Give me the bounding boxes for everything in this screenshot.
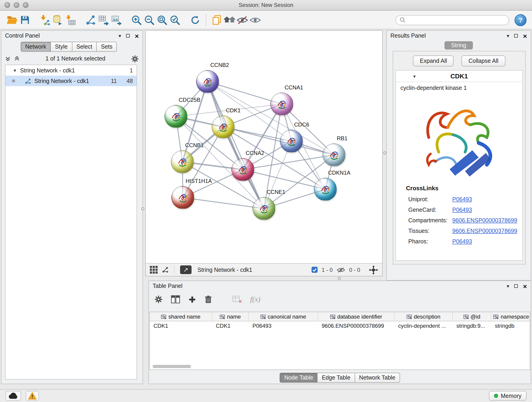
show-columns-icon[interactable] [171, 295, 180, 303]
network-canvas[interactable]: CCNB2CCNA1CDC25BCDK1CDC6RB1CCNB1CCNA2CDK… [146, 31, 382, 264]
network-edge[interactable] [208, 82, 264, 209]
refresh-layout-button[interactable] [189, 13, 202, 27]
share-network-icon[interactable] [162, 266, 169, 273]
column-header--id[interactable]: @id [453, 312, 491, 321]
table-settings-gear-icon[interactable] [154, 295, 163, 303]
network-node-cdkn1a[interactable] [314, 178, 337, 201]
network-node-ccne1[interactable] [253, 197, 275, 220]
float-panel-icon[interactable]: ▾ [507, 283, 509, 288]
new-network-from-selection-button[interactable] [84, 13, 97, 27]
toggle-graphics-details-button[interactable] [249, 13, 262, 27]
maximize-panel-icon[interactable] [514, 284, 518, 288]
network-node-cdc6[interactable] [280, 130, 303, 153]
tab-style[interactable]: Style [51, 42, 72, 52]
horizontal-scrollbar[interactable] [152, 365, 191, 368]
network-edge[interactable] [243, 155, 334, 170]
network-edge[interactable] [182, 82, 208, 162]
export-table-button[interactable] [97, 13, 110, 27]
move-crosshair-icon[interactable] [369, 265, 378, 274]
import-network-file-button[interactable] [38, 13, 51, 27]
open-session-button[interactable] [6, 13, 18, 27]
network-edge[interactable] [243, 170, 325, 189]
export-image-button[interactable] [110, 13, 123, 27]
column-header-database-identifier[interactable]: database identifier [318, 312, 394, 321]
tab-node-table[interactable]: Node Table [280, 373, 318, 383]
tab-sets[interactable]: Sets [97, 42, 117, 52]
warnings-button[interactable] [26, 391, 39, 401]
open-in-new-button[interactable]: ↗ [180, 265, 191, 274]
import-table-button[interactable] [64, 13, 77, 27]
hidden-eye-icon[interactable] [337, 267, 345, 273]
network-node-ccnb2[interactable] [196, 70, 219, 93]
close-panel-icon[interactable]: × [523, 283, 527, 289]
network-node-ccna1[interactable] [270, 93, 293, 115]
column-header-canonical-name[interactable]: canonical name [249, 312, 318, 321]
gear-icon[interactable] [131, 55, 139, 63]
search-box[interactable] [395, 15, 509, 25]
maximize-panel-icon[interactable] [126, 34, 130, 38]
column-header-namespace[interactable]: namespace [491, 312, 530, 321]
zoom-selected-button[interactable] [169, 13, 181, 27]
crosslink-link[interactable]: P06493 [452, 206, 472, 213]
network-collection-row[interactable]: ▼ String Network - cdk1 1 [6, 65, 137, 76]
collapse-all-button[interactable]: Collapse All [462, 56, 505, 66]
selected-checkbox-icon[interactable] [312, 267, 317, 273]
vertical-splitter-handle[interactable] [383, 151, 386, 154]
expand-all-icon[interactable] [14, 56, 20, 61]
vertical-splitter-handle[interactable] [141, 207, 144, 211]
add-column-icon[interactable] [188, 295, 196, 303]
expand-all-button[interactable]: Expand All [413, 56, 454, 66]
zoom-in-button[interactable] [130, 13, 143, 27]
copy-button[interactable] [210, 13, 223, 27]
zoom-fit-icon [157, 14, 168, 26]
import-network-database-button[interactable] [51, 13, 64, 27]
zoom-window-button[interactable] [23, 2, 28, 8]
section-collapse-icon[interactable]: ▼ [412, 74, 417, 79]
close-panel-icon[interactable]: × [135, 32, 139, 39]
zoom-fit-button[interactable] [156, 13, 169, 27]
collapse-all-icon[interactable] [5, 56, 11, 61]
save-session-button[interactable] [18, 13, 31, 27]
network-node-rb1[interactable] [323, 143, 346, 166]
tree-expand-icon[interactable]: ▼ [13, 68, 17, 73]
zoom-out-button[interactable] [143, 13, 156, 27]
crosslink-link[interactable]: 9606.ENSP00000378699 [452, 217, 517, 223]
column-header-shared-name[interactable]: shared name [150, 312, 212, 321]
close-panel-icon[interactable]: × [523, 32, 527, 39]
minimize-window-button[interactable] [14, 2, 19, 8]
network-node-ccnb1[interactable] [171, 150, 194, 173]
crosslink-link[interactable]: P06493 [452, 238, 472, 245]
column-header-name[interactable]: name [212, 312, 249, 321]
horizontal-splitter-handle[interactable] [338, 277, 341, 280]
delete-column-icon[interactable] [204, 295, 212, 304]
maximize-panel-icon[interactable] [514, 34, 518, 38]
home-button[interactable] [223, 13, 236, 27]
network-edge[interactable] [223, 127, 334, 155]
network-node-cdk1[interactable] [212, 115, 234, 138]
cloud-button[interactable] [6, 391, 21, 401]
birdseye-grid-icon[interactable] [150, 266, 158, 274]
network-edge[interactable] [183, 198, 264, 209]
tab-string[interactable]: String [444, 41, 473, 50]
tab-edge-table[interactable]: Edge Table [318, 373, 355, 383]
gene-section-header[interactable]: ▼ CDK1 [396, 70, 522, 82]
tab-select[interactable]: Select [72, 42, 97, 52]
table-row[interactable]: CDK1CDK1P064939606.ENSP00000378699cyclin… [150, 321, 530, 331]
float-panel-icon[interactable]: ▾ [507, 33, 509, 38]
tab-network-table[interactable]: Network Table [355, 373, 400, 383]
crosslink-link[interactable]: 9606.ENSP00000378699 [452, 228, 517, 234]
network-node-hist1h1a[interactable] [171, 186, 194, 209]
close-window-button[interactable] [5, 2, 10, 8]
crosslink-link[interactable]: P06493 [452, 196, 472, 202]
network-node-cdc25b[interactable] [165, 105, 187, 128]
network-row-selected[interactable]: String Network - cdk1 11 48 [6, 76, 137, 86]
search-input[interactable] [408, 17, 505, 23]
network-node-ccna2[interactable] [231, 158, 254, 181]
tab-network[interactable]: Network [21, 42, 51, 52]
help-button[interactable]: ? [515, 14, 526, 26]
network-title: String Network - cdk1 [197, 267, 252, 273]
toggle-annotations-button[interactable] [236, 13, 249, 27]
float-panel-icon[interactable]: ▾ [119, 33, 121, 38]
column-header-description[interactable]: description [394, 312, 453, 321]
memory-button[interactable]: Memory [489, 391, 526, 401]
